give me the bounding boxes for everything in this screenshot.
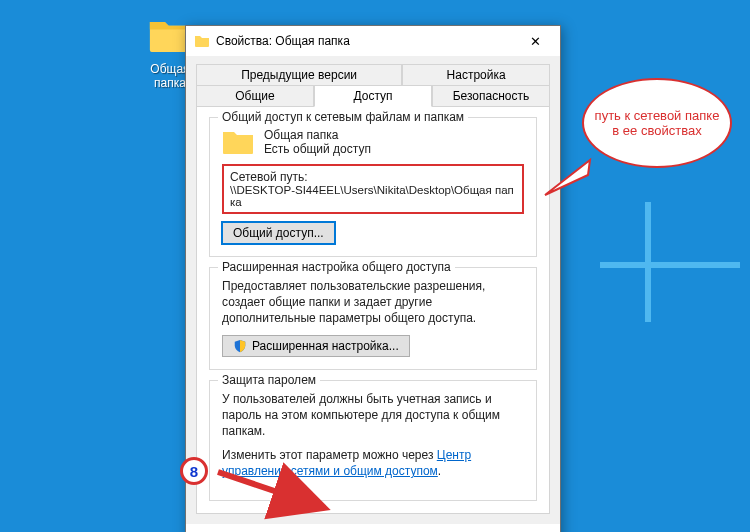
share-status: Есть общий доступ: [264, 142, 371, 156]
password-description: У пользователей должны быть учетная запи…: [222, 391, 524, 440]
share-button[interactable]: Общий доступ...: [222, 222, 335, 244]
tab-sharing[interactable]: Доступ: [314, 85, 432, 107]
annotation-bubble: путь к сетевой папке в ее свойствах: [582, 78, 732, 168]
svg-line-0: [218, 472, 325, 508]
close-button[interactable]: ✕: [516, 27, 554, 55]
group-title: Защита паролем: [218, 373, 320, 387]
dialog-title: Свойства: Общая папка: [216, 34, 516, 48]
group-title: Общий доступ к сетевым файлам и папкам: [218, 110, 468, 124]
group-title: Расширенная настройка общего доступа: [218, 260, 455, 274]
tab-previous-versions[interactable]: Предыдущие версии: [196, 64, 402, 86]
advanced-sharing-group: Расширенная настройка общего доступа Пре…: [209, 267, 537, 370]
shield-icon: [233, 339, 247, 353]
network-path-label: Сетевой путь:: [230, 170, 516, 184]
advanced-button-label: Расширенная настройка...: [252, 339, 399, 353]
titlebar[interactable]: Свойства: Общая папка ✕: [186, 26, 560, 56]
tab-general[interactable]: Общие: [196, 85, 314, 107]
network-path-highlight: Сетевой путь: \\DESKTOP-SI44EEL\Users\Ni…: [222, 164, 524, 214]
annotation-bubble-tail: [540, 155, 595, 205]
close-icon: ✕: [530, 34, 541, 49]
properties-dialog: Свойства: Общая папка ✕ Предыдущие верси…: [185, 25, 561, 532]
folder-icon: [194, 33, 210, 49]
annotation-arrow: [210, 460, 350, 520]
step-number: 8: [190, 463, 198, 480]
folder-icon: [222, 128, 254, 156]
annotation-text: путь к сетевой папке в ее свойствах: [594, 108, 720, 138]
tab-customize[interactable]: Настройка: [402, 64, 550, 86]
network-sharing-group: Общий доступ к сетевым файлам и папкам О…: [209, 117, 537, 257]
step-badge: 8: [180, 457, 208, 485]
advanced-sharing-button[interactable]: Расширенная настройка...: [222, 335, 410, 357]
desktop-accent: [600, 202, 750, 452]
sharing-tab-panel: Общий доступ к сетевым файлам и папкам О…: [196, 107, 550, 514]
shared-folder-name: Общая папка: [264, 128, 371, 142]
network-path-value[interactable]: \\DESKTOP-SI44EEL\Users\Nikita\Desktop\О…: [230, 184, 516, 208]
advanced-sharing-description: Предоставляет пользовательские разрешени…: [222, 278, 524, 327]
tab-security[interactable]: Безопасность: [432, 85, 550, 107]
